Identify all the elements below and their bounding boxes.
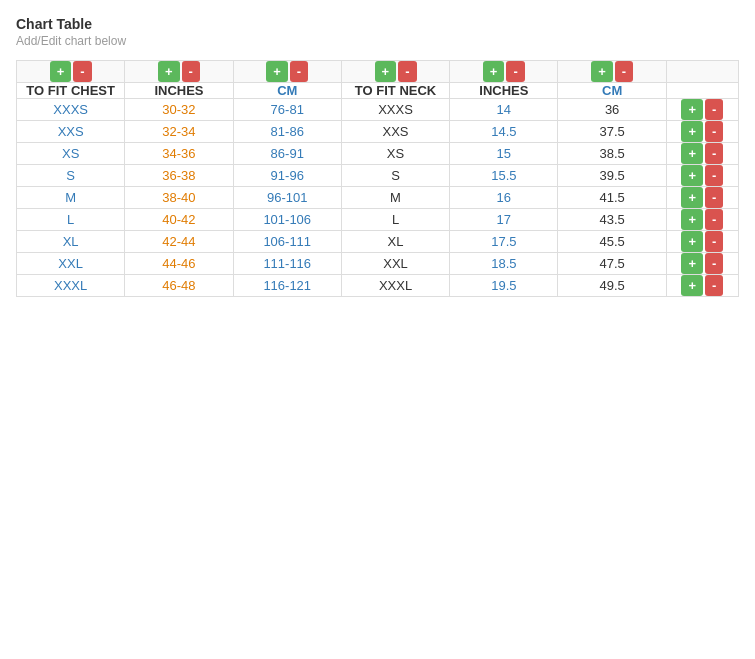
remove-row-button[interactable]: - (705, 253, 723, 274)
remove-row-button[interactable]: - (705, 187, 723, 208)
remove-col6-button[interactable]: - (615, 61, 633, 82)
size1-cell: XS (17, 143, 125, 165)
header-col2: INCHES (125, 83, 233, 99)
size2-cell: XL (341, 231, 449, 253)
size2-cell: XXL (341, 253, 449, 275)
add-col5-button[interactable]: + (483, 61, 505, 82)
size1-cell: XXS (17, 121, 125, 143)
inches2-cell: 17.5 (450, 231, 558, 253)
cm2-cell: 45.5 (558, 231, 666, 253)
inches1-cell: 32-34 (125, 121, 233, 143)
add-remove-col6: +- (558, 61, 666, 83)
table-body: XXXS30-3276-81XXXS1436+-XXS32-3481-86XXS… (17, 99, 739, 297)
size1-cell: XXL (17, 253, 125, 275)
add-row-button[interactable]: + (681, 187, 703, 208)
cm2-cell: 47.5 (558, 253, 666, 275)
header-row: TO FIT CHEST INCHES CM TO FIT NECK INCHE… (17, 83, 739, 99)
remove-row-button[interactable]: - (705, 165, 723, 186)
remove-row-button[interactable]: - (705, 231, 723, 252)
inches1-cell: 34-36 (125, 143, 233, 165)
table-row: XXL44-46111-116XXL18.547.5+- (17, 253, 739, 275)
add-row-button[interactable]: + (681, 275, 703, 296)
remove-row-button[interactable]: - (705, 99, 723, 120)
row-action-cell: +- (666, 275, 738, 297)
page-subtitle: Add/Edit chart below (16, 34, 739, 48)
remove-row-button[interactable]: - (705, 143, 723, 164)
cm1-cell: 101-106 (233, 209, 341, 231)
row-action-cell: +- (666, 231, 738, 253)
size2-cell: XS (341, 143, 449, 165)
inches1-cell: 46-48 (125, 275, 233, 297)
row-action-cell: +- (666, 99, 738, 121)
cm1-cell: 116-121 (233, 275, 341, 297)
remove-row-button[interactable]: - (705, 121, 723, 142)
size1-cell: S (17, 165, 125, 187)
size2-cell: L (341, 209, 449, 231)
inches2-cell: 14.5 (450, 121, 558, 143)
size1-cell: XL (17, 231, 125, 253)
page-title: Chart Table (16, 16, 739, 32)
row-action-cell: +- (666, 165, 738, 187)
cm1-cell: 91-96 (233, 165, 341, 187)
add-row-button[interactable]: + (681, 165, 703, 186)
remove-col3-button[interactable]: - (290, 61, 308, 82)
inches2-cell: 15 (450, 143, 558, 165)
inches1-cell: 36-38 (125, 165, 233, 187)
add-remove-col2: +- (125, 61, 233, 83)
row-action-cell: +- (666, 143, 738, 165)
remove-row-button[interactable]: - (705, 209, 723, 230)
cm1-cell: 96-101 (233, 187, 341, 209)
cm2-cell: 49.5 (558, 275, 666, 297)
add-remove-col1: +- (17, 61, 125, 83)
add-col1-button[interactable]: + (50, 61, 72, 82)
table-row: XXS32-3481-86XXS14.537.5+- (17, 121, 739, 143)
size1-cell: L (17, 209, 125, 231)
inches2-cell: 17 (450, 209, 558, 231)
add-row-button[interactable]: + (681, 143, 703, 164)
add-col2-button[interactable]: + (158, 61, 180, 82)
table-row: XL42-44106-111XL17.545.5+- (17, 231, 739, 253)
table-row: S36-3891-96S15.539.5+- (17, 165, 739, 187)
header-col5: INCHES (450, 83, 558, 99)
remove-col5-button[interactable]: - (506, 61, 524, 82)
header-action (666, 83, 738, 99)
size1-cell: XXXL (17, 275, 125, 297)
row-action-cell: +- (666, 187, 738, 209)
cm2-cell: 37.5 (558, 121, 666, 143)
add-row-button[interactable]: + (681, 253, 703, 274)
size2-cell: S (341, 165, 449, 187)
cm1-cell: 76-81 (233, 99, 341, 121)
add-col6-button[interactable]: + (591, 61, 613, 82)
remove-col2-button[interactable]: - (182, 61, 200, 82)
size2-cell: M (341, 187, 449, 209)
header-col4: TO FIT NECK (341, 83, 449, 99)
table-row: XS34-3686-91XS1538.5+- (17, 143, 739, 165)
remove-col4-button[interactable]: - (398, 61, 416, 82)
inches1-cell: 42-44 (125, 231, 233, 253)
add-remove-col5: +- (450, 61, 558, 83)
cm1-cell: 81-86 (233, 121, 341, 143)
add-row-button[interactable]: + (681, 209, 703, 230)
inches1-cell: 40-42 (125, 209, 233, 231)
header-col3: CM (233, 83, 341, 99)
add-row-button[interactable]: + (681, 121, 703, 142)
table-row: L40-42101-106L1743.5+- (17, 209, 739, 231)
add-row-button[interactable]: + (681, 99, 703, 120)
header-col6: CM (558, 83, 666, 99)
size2-cell: XXXL (341, 275, 449, 297)
inches1-cell: 44-46 (125, 253, 233, 275)
button-row: +- +- +- +- +- +- (17, 61, 739, 83)
action-col-empty (666, 61, 738, 83)
add-row-button[interactable]: + (681, 231, 703, 252)
size1-cell: XXXS (17, 99, 125, 121)
remove-row-button[interactable]: - (705, 275, 723, 296)
row-action-cell: +- (666, 209, 738, 231)
cm1-cell: 106-111 (233, 231, 341, 253)
inches2-cell: 15.5 (450, 165, 558, 187)
add-col3-button[interactable]: + (266, 61, 288, 82)
remove-col1-button[interactable]: - (73, 61, 91, 82)
table-row: M38-4096-101M1641.5+- (17, 187, 739, 209)
inches2-cell: 16 (450, 187, 558, 209)
cm2-cell: 41.5 (558, 187, 666, 209)
add-col4-button[interactable]: + (375, 61, 397, 82)
